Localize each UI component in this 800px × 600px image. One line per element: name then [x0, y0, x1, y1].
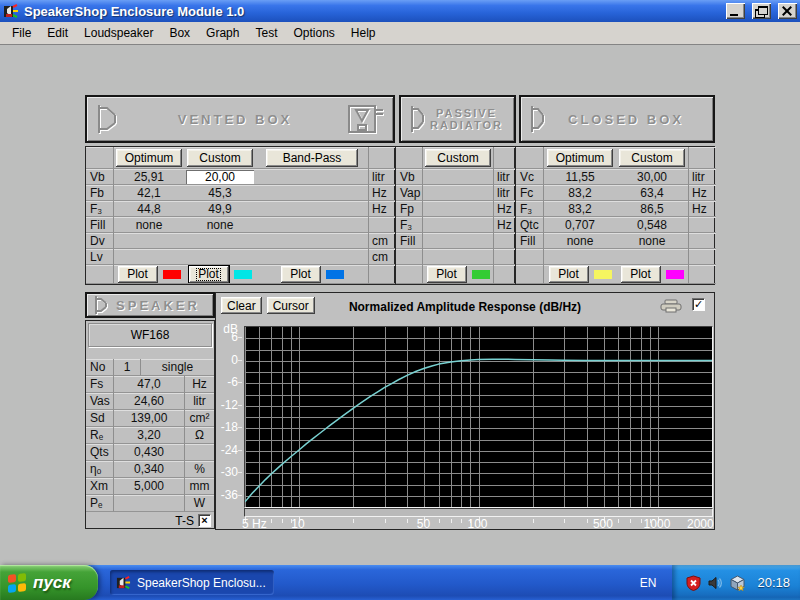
param-unit [688, 249, 716, 265]
plot-color-swatch [472, 270, 490, 279]
passive-custom-button[interactable]: Custom [425, 149, 491, 167]
antivirus-shield-icon[interactable] [686, 575, 701, 591]
speaker-driver-icon-small [528, 104, 546, 134]
speaker-panel: WF168 No 1 single Fs47,0HzVas24,60litrSd… [85, 320, 215, 529]
printer-icon[interactable] [660, 299, 682, 313]
virtualbox-icon[interactable] [729, 575, 746, 591]
closed-column-header: Optimum [544, 147, 616, 169]
param-value-custom [184, 233, 256, 249]
param-value-custom: 0,548 [616, 217, 688, 233]
plot-cell: Plot [256, 265, 368, 284]
param-unit [184, 444, 214, 461]
driver-mode-value: single [141, 359, 214, 376]
param-value-custom: none [184, 217, 256, 233]
volume-icon[interactable] [707, 575, 723, 591]
param-label [516, 249, 544, 265]
param-unit: Ω [184, 427, 214, 444]
param-label: ηₒ [86, 461, 114, 478]
closed-custom-button[interactable]: Custom [619, 149, 685, 167]
param-unit [493, 233, 516, 249]
param-value-optimum: none [544, 233, 616, 249]
plot-cell: Plot [616, 265, 688, 284]
param-unit [368, 217, 396, 233]
param-label: Vap [396, 185, 423, 201]
corner-cell [86, 147, 114, 169]
passive-radiator-header: PASSIVE RADIATOR [399, 95, 516, 143]
param-value: 3,20 [114, 427, 184, 444]
corner-cell [86, 265, 114, 284]
param-value-bandpass [256, 185, 368, 201]
param-value: 0,340 [114, 461, 184, 478]
print-checkbox[interactable]: ✓ [692, 298, 705, 311]
x-tick-label: 100 [467, 517, 487, 531]
plot-button-closed-custom[interactable]: Plot [621, 266, 661, 283]
param-unit: Hz [688, 201, 716, 217]
param-value-optimum: 0,707 [544, 217, 616, 233]
menu-test[interactable]: Test [247, 23, 285, 43]
language-indicator[interactable]: EN [640, 576, 657, 590]
vented-bandpass-button[interactable]: Band-Pass [266, 149, 358, 167]
ts-checkbox[interactable]: × [198, 514, 211, 527]
minimize-button[interactable] [726, 3, 745, 19]
close-button[interactable] [778, 3, 797, 19]
y-tick-mark [238, 382, 242, 383]
x-tick-label: 500 [593, 517, 613, 531]
x-axis-labels: 5 Hz105010050010002000 [244, 517, 713, 531]
param-unit: litr [493, 169, 516, 185]
x-tick-label: 5 Hz [242, 517, 267, 531]
menu-options[interactable]: Options [285, 23, 342, 43]
param-unit: litr [688, 169, 716, 185]
vented-column-header: Custom [184, 147, 256, 169]
plot-cell: Plot [184, 265, 256, 284]
start-button[interactable]: пуск [0, 565, 98, 600]
plot-button-closed-optimum[interactable]: Plot [549, 266, 589, 283]
param-value-input[interactable]: 20,00 [186, 170, 254, 184]
plot-button-label: Plot [290, 267, 311, 281]
menu-help[interactable]: Help [343, 23, 384, 43]
title-bar[interactable]: SpeakerShop Enclosure Module 1.0 [0, 0, 800, 22]
speaker-param-row: Qts0,430 [86, 444, 214, 461]
menu-box[interactable]: Box [161, 23, 198, 43]
speaker-icon [93, 294, 109, 316]
plot-area[interactable] [244, 326, 713, 508]
param-value-custom: 86,5 [616, 201, 688, 217]
corner-cell [688, 147, 716, 169]
menu-edit[interactable]: Edit [39, 23, 76, 43]
param-value-bandpass [256, 201, 368, 217]
speaker-panel-title: SPEAKER [109, 298, 207, 313]
plot-button-passive-custom[interactable]: Plot [427, 266, 467, 283]
passive-radiator-table: CustomVblitrVaplitrFpHzF₃HzFillPlot [395, 146, 515, 285]
taskbar-clock[interactable]: 20:18 [757, 575, 790, 590]
param-value-optimum: 42,1 [114, 185, 184, 201]
vented-box-icon [346, 101, 386, 137]
vented-custom-button[interactable]: Custom [187, 149, 253, 167]
y-axis-labels: dB60-6-12-18-24-30-36 [216, 326, 242, 508]
vented-optimum-button[interactable]: Optimum [116, 149, 182, 167]
param-label: Qtc [516, 217, 544, 233]
param-value-custom [423, 233, 493, 249]
plot-button-vented-optimum[interactable]: Plot [118, 266, 158, 283]
menu-loudspeaker[interactable]: Loudspeaker [76, 23, 161, 43]
taskbar-item-speakershop[interactable]: SpeakerShop Enclosu... [110, 570, 274, 595]
param-label: Sd [86, 410, 114, 427]
menu-bar: File Edit Loudspeaker Box Graph Test Opt… [0, 22, 800, 45]
param-unit: Hz [493, 217, 516, 233]
plot-button-vented-bandpass[interactable]: Plot [281, 266, 321, 283]
x-axis-ticks [244, 508, 713, 517]
chart-title: Normalized Amplitude Response (dB/Hz) [216, 300, 714, 314]
param-unit: % [184, 461, 214, 478]
plot-button-vented-custom[interactable]: Plot [189, 266, 229, 283]
y-tick-label: -30 [221, 465, 238, 479]
param-label [396, 249, 423, 265]
speaker-driver-icon [94, 102, 124, 136]
param-label: Fs [86, 376, 114, 393]
x-tick-label: 50 [417, 517, 430, 531]
closed-optimum-button[interactable]: Optimum [547, 149, 613, 167]
taskbar: пуск SpeakerShop Enclosu... EN [0, 565, 800, 600]
restore-button[interactable] [752, 3, 771, 19]
param-label: Pₑ [86, 495, 114, 512]
plot-cell: Plot [544, 265, 616, 284]
menu-file[interactable]: File [4, 23, 39, 43]
param-unit: cm² [184, 410, 214, 427]
menu-graph[interactable]: Graph [198, 23, 247, 43]
